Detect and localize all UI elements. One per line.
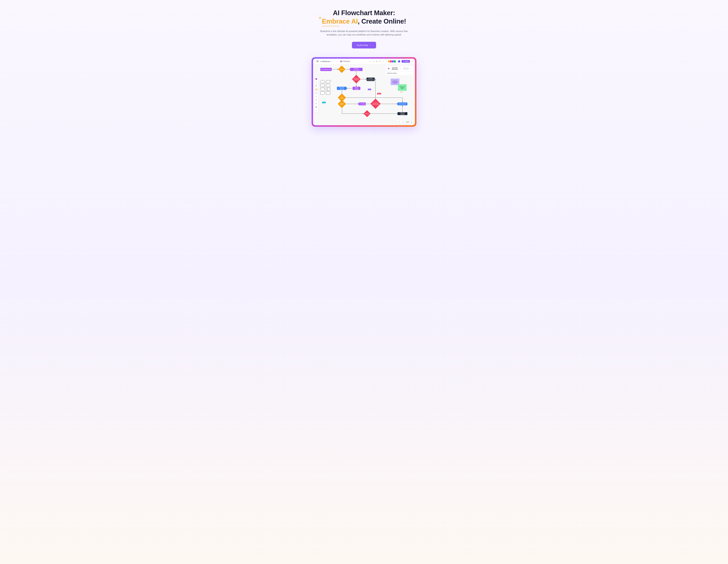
- hero-subtitle: Boardmix is the ultimate AI-powered plat…: [317, 30, 411, 37]
- back-icon[interactable]: ‹: [315, 60, 315, 62]
- node-validation[interactable]: Validation: [338, 66, 346, 73]
- canvas[interactable]: ⬚ T ▢ ◯ ∫ ✎ ⤫ ⊞ ⋯: [313, 64, 415, 125]
- share-icon: ⇪: [403, 61, 404, 62]
- hero-title: AI Flowchart Maker: ✦ Embrace AI , Creat…: [265, 9, 463, 25]
- history-icon[interactable]: ↻: [379, 60, 381, 62]
- node-problem[interactable]: Problem Notifications: [367, 78, 375, 81]
- try-free-button[interactable]: Try for Free →: [352, 42, 376, 48]
- sticky-tool-icon[interactable]: ▢: [315, 88, 318, 91]
- shape-tool-icon[interactable]: ◯: [315, 92, 318, 94]
- back-chevron-icon[interactable]: ‹: [387, 68, 388, 69]
- more-tools-icon[interactable]: ⋯: [315, 109, 318, 112]
- node-failing[interactable]: Failing: [364, 110, 371, 117]
- fit-icon[interactable]: ⊡: [411, 121, 412, 123]
- ai-panel-title: Generate flowchart: [390, 67, 400, 70]
- library-icon[interactable]: ⬚: [382, 60, 384, 62]
- pointer-icon[interactable]: ▷: [403, 121, 404, 123]
- search-icon[interactable]: ⌕: [336, 60, 338, 62]
- component-tool-icon[interactable]: ⊞: [315, 106, 318, 108]
- underline-icon: [322, 26, 339, 27]
- frame-tool-icon[interactable]: ⬚: [315, 81, 318, 84]
- node-production[interactable]: Production Environment: [370, 99, 381, 109]
- sparkle-icon: ✦: [319, 16, 321, 20]
- pen-tool-icon[interactable]: ✎: [315, 99, 318, 101]
- submit-arrow-icon[interactable]: →: [410, 73, 412, 74]
- cursor-jack: Jack: [322, 102, 326, 103]
- shape-palette: [320, 80, 331, 94]
- app-topbar: ‹ ☁ Whiteboard ▾ ⬨ ⌕ AI Assistant ▷: [313, 59, 415, 64]
- whiteboard-label[interactable]: ☁ Whiteboard ▾: [320, 60, 331, 62]
- tool-sidebar: ⬚ T ▢ ◯ ∫ ✎ ⤫ ⊞ ⋯: [314, 77, 318, 113]
- shape-doc[interactable]: [320, 92, 325, 94]
- cursor-eric: Eric: [368, 89, 371, 90]
- ai-panel-logo-icon: [388, 68, 389, 69]
- node-basic[interactable]: Basic Testing: [353, 87, 360, 90]
- comment-icon[interactable]: ◔: [376, 60, 378, 62]
- menu-icon[interactable]: [317, 61, 319, 62]
- cursor-tool-icon[interactable]: [315, 78, 318, 80]
- help-icon[interactable]: ?: [411, 60, 413, 62]
- ai-input[interactable]: Interface testing →: [386, 71, 413, 75]
- share-button[interactable]: ⇪Share: [402, 60, 410, 63]
- undo-icon[interactable]: ↶: [396, 121, 397, 123]
- shape-rounded[interactable]: [320, 80, 325, 83]
- zoom-level[interactable]: 100%: [406, 121, 409, 123]
- cloud-icon: ☁: [320, 60, 321, 62]
- cursor-anna: Anna: [377, 93, 381, 94]
- sticky-note-2[interactable]: Easy to work together online!: [398, 84, 407, 91]
- play-icon[interactable]: ▷: [369, 60, 371, 62]
- shape-wave[interactable]: [326, 84, 330, 87]
- redo-icon[interactable]: ↷: [399, 121, 400, 123]
- close-icon[interactable]: ✕: [410, 68, 412, 69]
- shape-table[interactable]: [326, 88, 330, 91]
- arrow-right-icon: →: [369, 44, 371, 46]
- app-preview-frame: ‹ ☁ Whiteboard ▾ ⬨ ⌕ AI Assistant ▷: [312, 57, 416, 127]
- shape-parallelogram2[interactable]: [320, 84, 325, 87]
- ai-panel: ‹ Generate flowchart ⏱ Remaining points:…: [386, 66, 413, 75]
- node-security[interactable]: Security Testing: [337, 87, 347, 90]
- tag-icon[interactable]: ⬨: [333, 60, 335, 62]
- text-tool-icon[interactable]: T: [315, 85, 318, 87]
- connector-tool-icon[interactable]: ⤫: [315, 102, 318, 105]
- node-delayed[interactable]: Delayed Launch: [397, 112, 407, 115]
- layers-icon[interactable]: ⬚: [315, 120, 318, 124]
- sparkle-tool-icon[interactable]: ✦: [372, 60, 374, 62]
- ai-points: ⏱ Remaining points:200: [400, 67, 410, 70]
- node-interface-gen[interactable]: Interface Generation: [350, 68, 363, 71]
- node-ci[interactable]: CI Testing: [359, 103, 366, 105]
- shape-cylinder[interactable]: [320, 88, 325, 91]
- node-dark-launch[interactable]: Dark Launch: [397, 103, 407, 105]
- line-tool-icon[interactable]: ∫: [315, 95, 318, 98]
- ai-assistant-button[interactable]: AI Assistant: [339, 60, 351, 63]
- sticky-count-1: 6: [396, 86, 397, 87]
- node-api[interactable]: API development: [320, 68, 332, 71]
- shape-parallelogram[interactable]: [326, 80, 331, 83]
- user-avatar[interactable]: [398, 60, 400, 63]
- ai-logo-icon: [340, 61, 342, 62]
- node-analysis[interactable]: Analysis Report: [338, 100, 346, 108]
- sticky-count-2: 🥳 24: [400, 91, 404, 93]
- export-icon[interactable]: ⤴: [385, 60, 387, 62]
- bottom-toolbar: ↶ ↷ | ▷ 100% ⊡: [395, 121, 413, 124]
- shape-folder[interactable]: [326, 92, 330, 94]
- collaborator-avatars[interactable]: [388, 60, 396, 63]
- node-functional[interactable]: Functional Validation: [352, 75, 361, 83]
